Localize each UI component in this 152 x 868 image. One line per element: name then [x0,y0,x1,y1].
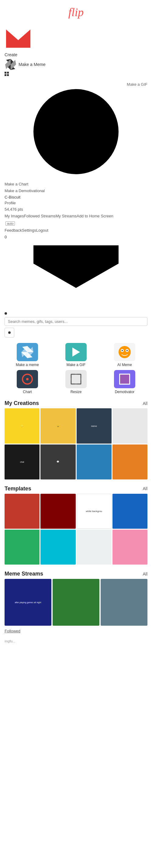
creations-grid: 🧽 😀 meme chat 💬 [0,408,152,483]
icon-box-ai-meme [114,343,135,361]
icon-item-make-meme[interactable]: Make a meme [5,343,50,367]
links-section: Make a Chart Make a Demotivational C-Bis… [0,177,152,241]
creation-thumb-8[interactable] [113,444,147,479]
templates-all-link[interactable]: All [143,486,147,491]
settings-link[interactable]: Settings [22,227,36,234]
meme-m-logo [5,28,32,49]
creation-thumb-2[interactable]: 😀 [40,408,75,443]
stream-thumb-2[interactable] [53,579,99,626]
icon-box-demotivator [114,370,135,388]
stream-thumb-1[interactable]: after playing games all night [5,579,51,626]
icon-label-demotivator: Demotivator [115,390,135,394]
followed-label[interactable]: Followed [5,629,20,633]
icon-box-chart [17,370,38,388]
make-meme-label: Make a Meme [19,62,45,67]
templates-header: Templates All [0,483,152,494]
creation-thumb-4[interactable] [113,408,147,443]
auto-badge: auto [5,221,15,225]
streams-grid: after playing games all night [5,579,147,626]
icon-item-make-gif[interactable]: Make a GIF [53,343,99,367]
make-gif-top-link[interactable]: Make a GIF [5,82,147,87]
resize-icon [70,374,82,384]
demotivator-square-icon [119,374,130,384]
creation-thumb-7[interactable] [77,444,112,479]
creation-thumb-3[interactable]: meme [77,408,112,443]
template-thumb-6[interactable] [40,530,75,565]
icon-item-demotivator[interactable]: Demotivator [102,370,147,394]
large-m-shape [33,245,119,306]
icon-item-resize[interactable]: Resize [53,370,99,394]
imgflip-footer: imgflu... [0,638,152,645]
gif-section: Make a GIF [0,79,152,177]
meme-streams-header: Meme Streams All [0,568,152,579]
svg-point-5 [122,350,123,351]
stream-thumb-3[interactable] [101,579,147,626]
icon-box-resize [65,370,87,388]
username: C-Biscuit [5,194,20,200]
make-demotivational-link[interactable]: Make a Demotivational [5,188,147,194]
large-m-section [0,241,152,308]
add-home-link[interactable]: Add to Home Screen [77,213,113,219]
my-creations-header: My Creations All [0,397,152,408]
large-m-box [33,245,119,306]
streams-section: after playing games all night Followed [0,579,152,638]
icon-box-make-gif [65,343,87,361]
template-thumb-8[interactable] [113,530,147,565]
play-triangle-icon [72,347,80,356]
icon-item-ai-meme[interactable]: AI Meme [102,343,147,367]
creation-thumb-5[interactable]: chat [5,444,39,479]
icon-label-chart: Chart [23,390,32,394]
make-chart-link[interactable]: Make a Chart [5,181,147,188]
count-display: 0 [5,234,147,239]
svg-point-6 [126,350,128,351]
footer-nav: Feedback Settings Logout [5,227,147,234]
icon-label-ai-meme: AI Meme [117,363,132,367]
icon-label-make-gif: Make a GIF [67,363,86,367]
meme-logo-section: Create Make a Meme [0,22,152,79]
logout-link[interactable]: Logout [36,227,48,234]
template-thumb-3[interactable]: white backgrou [77,494,112,529]
icon-label-make-meme: Make a meme [16,363,39,367]
pinwheel-icon [5,58,17,70]
followed-streams-link[interactable]: Followed Streams [24,213,56,219]
template-thumb-5[interactable] [5,530,39,565]
ai-meme-icon [117,344,132,360]
meme-streams-all-link[interactable]: All [143,571,147,577]
create-label: Create [5,52,17,57]
search-button[interactable] [5,328,14,338]
flip-logo: flip [68,6,84,19]
my-streams-link[interactable]: My Streams [56,213,77,219]
svg-point-2 [119,346,131,358]
icon-label-resize: Resize [70,390,82,394]
template-thumb-1[interactable] [5,494,39,529]
template-thumb-2[interactable] [40,494,75,529]
points: 54,476 pts [5,207,23,212]
creation-thumb-6[interactable]: 💬 [40,444,75,479]
make-meme-link[interactable]: Make a Meme [5,58,45,70]
target-circle-icon [22,374,33,384]
footer-text: imgflu... [5,640,15,643]
template-thumb-7[interactable] [77,530,112,565]
search-section [0,308,152,340]
big-black-circle [33,89,119,174]
icon-box-make-meme [17,343,38,361]
search-input[interactable] [5,317,147,326]
my-images-link[interactable]: My Images [5,213,24,219]
svg-rect-7 [71,374,81,384]
search-btn-dot [8,331,11,334]
templates-title: Templates [5,486,31,492]
profile-link[interactable]: Profile [5,200,147,207]
my-creations-all-link[interactable]: All [143,401,147,406]
icon-item-chart[interactable]: Chart [5,370,50,394]
icon-grid: Make a meme Make a GIF AI Meme Chart [0,340,152,397]
templates-grid: white backgrou [0,494,152,568]
template-thumb-4[interactable] [113,494,147,529]
pinwheel-make-icon [21,345,34,359]
flip-header: flip [0,0,152,22]
my-creations-title: My Creations [5,400,39,406]
dot-bullet [5,312,7,315]
feedback-link[interactable]: Feedback [5,227,22,234]
small-grid-icon [5,72,9,76]
meme-streams-title: Meme Streams [5,571,43,577]
creation-thumb-1[interactable]: 🧽 [5,408,39,443]
